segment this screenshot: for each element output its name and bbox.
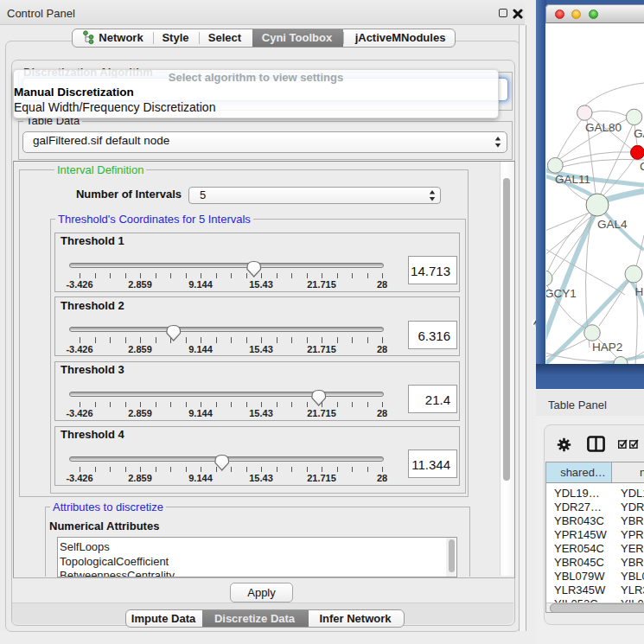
svg-text:GA: GA	[634, 127, 644, 140]
svg-text:GAL80: GAL80	[585, 121, 622, 134]
svg-text:GAL11: GAL11	[555, 173, 590, 186]
svg-text:HAP2: HAP2	[592, 341, 622, 354]
svg-text:GCY1: GCY1	[546, 287, 577, 300]
svg-text:GAL4: GAL4	[597, 218, 628, 231]
svg-text:H: H	[635, 285, 644, 298]
svg-text:C: C	[640, 160, 644, 173]
